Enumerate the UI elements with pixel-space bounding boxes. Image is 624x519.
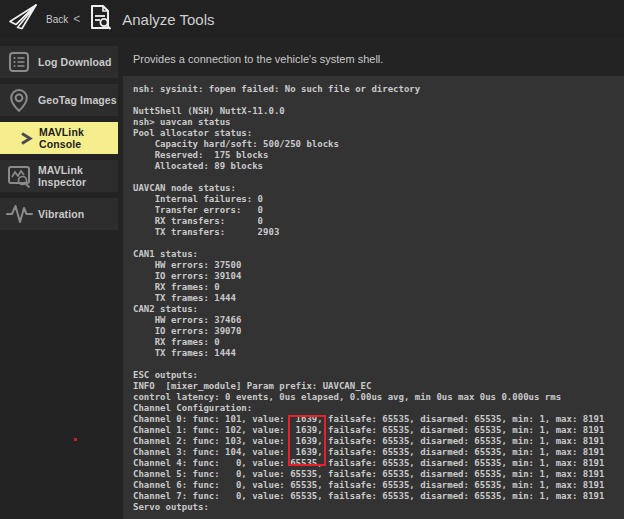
sidebar-item-mavlink-inspector[interactable]: MAVLink Inspector (0, 160, 118, 192)
log-list-icon (0, 51, 38, 73)
page-title: Analyze Tools (122, 11, 214, 28)
back-chevron[interactable]: < (73, 12, 80, 26)
mavlink-console-output[interactable]: nsh: sysinit: fopen failed: No such file… (123, 76, 624, 519)
qgroundcontrol-logo-icon (7, 3, 39, 35)
red-dot-marker (74, 438, 77, 441)
vibration-waveform-icon (0, 204, 38, 224)
geotag-pin-icon (0, 88, 38, 113)
sidebar-item-geotag-images[interactable]: GeoTag Images (0, 84, 118, 116)
analyze-sidebar: Log Download GeoTag Images MAVLink Conso… (0, 46, 118, 236)
sidebar-item-label: MAVLink Console (39, 126, 118, 150)
analyze-tools-icon (87, 4, 114, 35)
chevron-right-icon (13, 131, 39, 146)
sidebar-item-label: MAVLink Inspector (38, 164, 118, 188)
console-description: Provides a connection to the vehicle's s… (133, 53, 616, 65)
inspector-chart-icon (0, 164, 38, 189)
sidebar-item-label: Log Download (38, 56, 112, 68)
sidebar-item-label: GeoTag Images (38, 94, 117, 106)
back-button[interactable]: Back (46, 14, 68, 25)
top-toolbar: Back < Analyze Tools (0, 0, 624, 38)
sidebar-item-mavlink-console[interactable]: MAVLink Console (0, 122, 118, 154)
console-text: nsh: sysinit: fopen failed: No such file… (123, 76, 624, 513)
sidebar-item-vibration[interactable]: Vibration (0, 198, 118, 230)
sidebar-item-log-download[interactable]: Log Download (0, 46, 118, 78)
sidebar-item-label: Vibration (38, 208, 84, 220)
